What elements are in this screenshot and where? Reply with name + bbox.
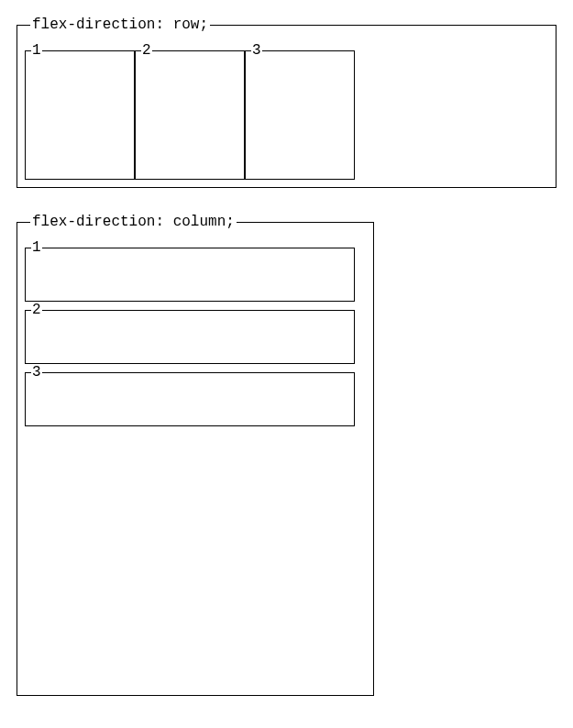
flex-row-item-label: 2 — [141, 42, 152, 59]
flex-column-item: 3 — [25, 364, 355, 426]
flex-row-container: flex-direction: row; 1 2 3 — [17, 17, 556, 188]
flex-column-item-label: 1 — [31, 239, 42, 256]
flex-column-item: 1 — [25, 239, 355, 302]
flex-row-item-label: 1 — [31, 42, 42, 59]
flex-row-label: flex-direction: row; — [30, 17, 210, 33]
flex-column-item: 2 — [25, 302, 355, 364]
flex-row-item: 3 — [245, 42, 355, 180]
flex-row-item: 2 — [135, 42, 245, 180]
flex-column-items: 1 2 3 — [25, 239, 366, 426]
flex-column-item-label: 2 — [31, 302, 42, 318]
flex-row-item-label: 3 — [251, 42, 262, 59]
flex-row-items: 1 2 3 — [25, 42, 548, 180]
flex-row-item: 1 — [25, 42, 135, 180]
flex-column-item-label: 3 — [31, 364, 42, 381]
flex-column-container: flex-direction: column; 1 2 3 — [17, 214, 374, 696]
flex-column-label: flex-direction: column; — [30, 214, 237, 230]
